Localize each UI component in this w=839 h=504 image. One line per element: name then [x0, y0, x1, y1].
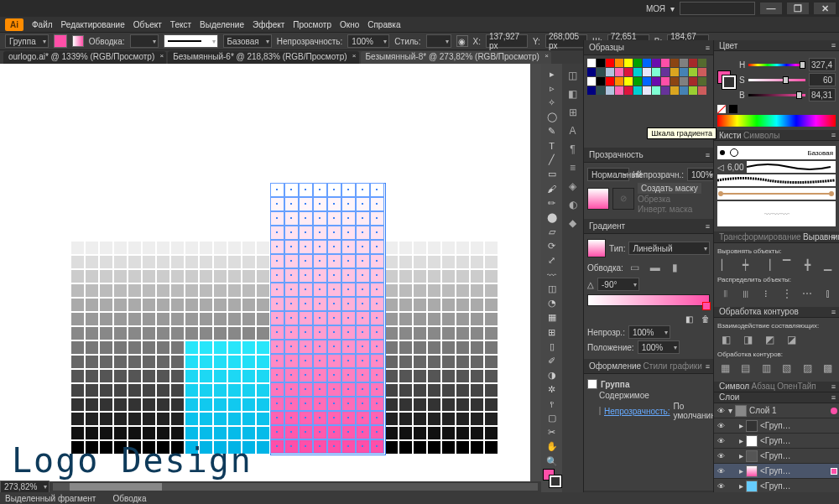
shape-builder-tool[interactable]: ◔	[543, 297, 561, 310]
direct-selection-tool[interactable]: ▹	[543, 81, 561, 95]
color-tab[interactable]: Цвет	[714, 40, 839, 51]
scale-tool[interactable]: ⤢	[543, 253, 561, 267]
menu-file[interactable]: Файл	[32, 20, 53, 29]
dist-icon[interactable]: ⫴	[717, 285, 733, 302]
sat-slider[interactable]	[783, 76, 789, 84]
make-mask-button[interactable]: Создать маску	[638, 183, 701, 194]
align-vcenter-icon[interactable]: ╋	[800, 257, 816, 273]
blob-tool[interactable]: ⬤	[543, 210, 561, 224]
expand-icon[interactable]: ▸	[739, 451, 743, 460]
align-top-icon[interactable]: ▔	[779, 257, 795, 273]
gradient-stop[interactable]	[702, 302, 711, 310]
brush-select[interactable]	[164, 34, 218, 48]
gradient-type[interactable]: Линейный	[628, 242, 710, 255]
gradient-tab[interactable]: Градиент	[584, 219, 713, 234]
intersect-icon[interactable]: ◩	[761, 331, 778, 348]
user-dropdown-icon[interactable]: ▾	[670, 4, 675, 13]
visibility-icon[interactable]: 👁	[716, 436, 726, 446]
spectrum[interactable]	[717, 115, 836, 127]
visibility-icon[interactable]	[599, 407, 601, 415]
lasso-tool[interactable]: ◯	[543, 110, 561, 123]
gradient-preview[interactable]	[587, 239, 606, 257]
dist-icon[interactable]: ⫶	[758, 285, 774, 302]
panel-icon[interactable]: A	[565, 122, 581, 139]
minus-icon[interactable]: ◨	[739, 331, 756, 348]
recolor-icon[interactable]: ◉	[456, 35, 468, 47]
pathop-icon[interactable]: ▧	[779, 360, 795, 377]
panel-icon[interactable]: ◫	[565, 67, 581, 84]
mask-thumb[interactable]	[587, 188, 609, 210]
none-color-icon[interactable]	[717, 105, 726, 113]
layer-row[interactable]: 👁▸<Груп…	[714, 449, 839, 464]
layer-thumb[interactable]	[746, 420, 758, 432]
doc-tab[interactable]: ourlogo.ai* @ 1339% (RGB/Просмотр)×	[3, 51, 166, 64]
pathop-icon[interactable]: ▤	[738, 360, 754, 377]
mask-none-icon[interactable]: ⊘	[612, 188, 634, 210]
brushes-tab[interactable]: Кисти Символы	[714, 130, 839, 141]
visibility-icon[interactable]: 👁	[716, 421, 726, 431]
minimize-button[interactable]: —	[760, 3, 782, 14]
app-logo[interactable]: Ai	[5, 18, 23, 31]
menu-object[interactable]: Объект	[133, 20, 162, 29]
layer-row[interactable]: 👁▸<Груп…	[714, 434, 839, 449]
stop-position[interactable]: 100%	[638, 340, 680, 354]
layer-row[interactable]: 👁▸<Груп…	[714, 418, 839, 434]
stroke-color[interactable]	[550, 475, 561, 487]
width-tool[interactable]: 〰	[543, 268, 561, 282]
opacity-val[interactable]: 100%	[687, 168, 716, 181]
style-select[interactable]	[426, 34, 451, 48]
hand-tool[interactable]: ✋	[543, 440, 561, 454]
maximize-button[interactable]: ❐	[787, 3, 809, 14]
panel-icon[interactable]: ◐	[565, 196, 581, 213]
pathfinder-tab[interactable]: Обработка контуров	[714, 307, 839, 318]
fill-swatch[interactable]	[54, 34, 67, 48]
visibility-icon[interactable]: 👁	[716, 466, 726, 476]
stop-opacity[interactable]: 100%	[628, 325, 670, 339]
selected-column[interactable]	[271, 184, 385, 455]
stroke-weight[interactable]	[130, 34, 159, 48]
layer-thumb[interactable]	[735, 405, 747, 417]
close-tab-icon[interactable]: ×	[545, 52, 549, 60]
brush-def[interactable]: Базовая	[223, 34, 272, 48]
menu-select[interactable]: Выделение	[200, 20, 244, 29]
brush-preview[interactable]: 〰〰〰	[717, 201, 836, 226]
eyedropper-tool[interactable]: ✐	[543, 354, 561, 367]
pathop-icon[interactable]: ▦	[717, 360, 733, 377]
search-field[interactable]	[680, 2, 755, 15]
scrollbar-thumb[interactable]	[70, 483, 162, 491]
zoom-tool[interactable]: 🔍	[543, 455, 561, 468]
unite-icon[interactable]: ◧	[717, 331, 734, 348]
exclude-icon[interactable]: ◪	[783, 331, 800, 348]
panel-icon[interactable]: ◈	[565, 178, 581, 195]
free-transform-tool[interactable]: ◫	[543, 283, 561, 296]
coord-x[interactable]: 137,927 px	[486, 34, 528, 48]
type-tool[interactable]: T	[543, 139, 561, 153]
expand-icon[interactable]: ▸	[739, 466, 743, 475]
panel-icon[interactable]: ◆	[565, 215, 581, 231]
dist-icon[interactable]: ⫼	[738, 285, 754, 302]
brush-preview[interactable]	[717, 188, 836, 200]
line-tool[interactable]: ╱	[543, 153, 561, 167]
menu-edit[interactable]: Редактирование	[61, 20, 125, 29]
black-icon[interactable]	[729, 105, 737, 113]
bri-input[interactable]: 84,31	[809, 88, 836, 101]
dist-icon[interactable]: ⋮	[779, 285, 795, 302]
transparency-tab[interactable]: Прозрачность	[584, 148, 713, 163]
brush-circle-icon[interactable]	[730, 148, 738, 157]
menu-view[interactable]: Просмотр	[293, 20, 331, 29]
layers-tab[interactable]: Слои	[714, 392, 839, 403]
graph-tool[interactable]: ⫯	[543, 397, 561, 411]
appearance-tab[interactable]: Оформление Стили графики	[584, 359, 713, 374]
gradient-swatch[interactable]	[72, 35, 84, 47]
selection-tool[interactable]: ▸	[543, 67, 561, 81]
expand-icon[interactable]: ▸	[739, 436, 743, 445]
stroke-proxy[interactable]	[722, 75, 736, 89]
menu-window[interactable]: Окно	[340, 20, 359, 29]
expand-icon[interactable]: ▾	[728, 406, 732, 415]
menu-text[interactable]: Текст	[170, 20, 191, 29]
bri-slider[interactable]	[796, 91, 802, 99]
coord-y[interactable]: 268,005 px	[545, 34, 587, 48]
eraser-tool[interactable]: ▱	[543, 225, 561, 238]
palette-icon[interactable]: ◧	[685, 314, 693, 324]
align-hcenter-icon[interactable]: ┿	[738, 257, 754, 273]
